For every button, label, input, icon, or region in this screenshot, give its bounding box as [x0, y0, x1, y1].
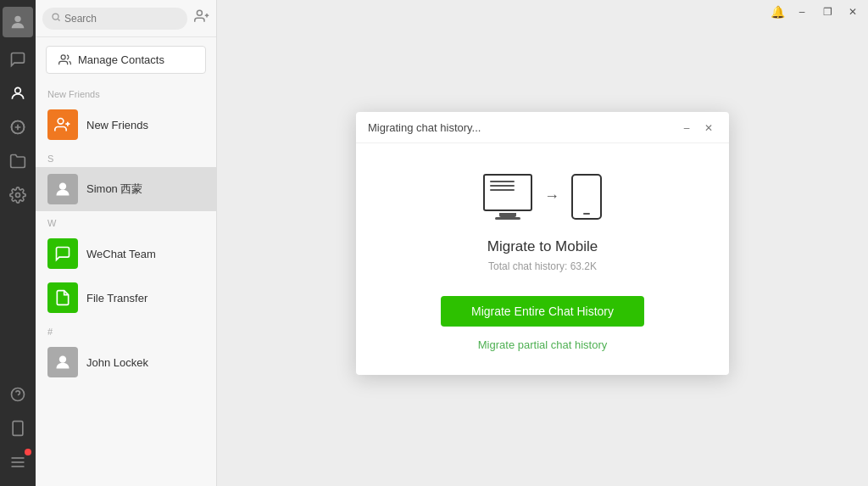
- svg-point-12: [53, 14, 58, 20]
- nav-settings-icon[interactable]: [3, 180, 33, 210]
- bell-icon[interactable]: 🔔: [771, 5, 785, 19]
- search-box[interactable]: [42, 8, 187, 30]
- nav-contacts-icon[interactable]: [3, 78, 33, 109]
- add-contact-icon[interactable]: [194, 8, 209, 28]
- titlebar: 🔔 – ❐ ✕: [771, 0, 868, 24]
- nav-menu-wrap: [3, 447, 33, 478]
- migration-modal: Migrating chat history... – ✕: [356, 112, 729, 375]
- close-button[interactable]: ✕: [841, 3, 865, 21]
- contact-name-new-friends: New Friends: [86, 119, 148, 131]
- svg-point-22: [59, 356, 66, 363]
- avatar-wechat-team: [47, 238, 78, 269]
- modal-titlebar: Migrating chat history... – ✕: [356, 112, 729, 143]
- section-label-new-friends: New Friends: [36, 82, 216, 103]
- migration-graphic: →: [483, 174, 602, 220]
- pc-line-3: [490, 189, 515, 191]
- migrate-entire-history-button[interactable]: Migrate Entire Chat History: [441, 296, 644, 327]
- svg-point-0: [14, 16, 20, 22]
- contact-name-simon: Simon 西蒙: [86, 182, 142, 197]
- pc-base: [495, 217, 520, 220]
- sidebar: Manage Contacts New Friends New Friends …: [36, 0, 217, 486]
- svg-point-18: [58, 119, 64, 125]
- contact-item-file-transfer[interactable]: File Transfer: [36, 276, 216, 320]
- arrow-icon: →: [544, 187, 559, 205]
- avatar-new-friends: [47, 109, 78, 140]
- search-input[interactable]: [64, 13, 179, 25]
- section-label-hash: #: [36, 320, 216, 340]
- search-row: [36, 0, 216, 37]
- notification-badge: [25, 449, 31, 455]
- migrate-total-history-label: Total chat history: 63.2K: [488, 260, 597, 272]
- contact-name-john-lockek: John Lockek: [86, 356, 148, 369]
- maximize-button[interactable]: ❐: [815, 3, 839, 21]
- modal-title: Migrating chat history...: [368, 121, 481, 134]
- manage-contacts-label: Manage Contacts: [78, 53, 164, 66]
- mobile-icon: [571, 174, 602, 220]
- avatar-john-lockek: [47, 347, 78, 377]
- avatar[interactable]: [3, 7, 33, 37]
- section-label-s: S: [36, 147, 216, 167]
- modal-minimize-button[interactable]: –: [678, 120, 695, 136]
- svg-point-4: [16, 193, 20, 198]
- modal-close-button[interactable]: ✕: [700, 120, 717, 136]
- contact-item-john-lockek[interactable]: John Lockek: [36, 340, 216, 384]
- migrate-partial-link[interactable]: Migrate partial chat history: [478, 338, 607, 351]
- svg-point-14: [197, 10, 202, 15]
- pc-stand: [499, 213, 516, 217]
- migrate-to-mobile-label: Migrate to Mobile: [487, 238, 598, 255]
- main-area: 🔔 – ❐ ✕ Migrating chat history... – ✕: [217, 0, 868, 486]
- manage-contacts-button[interactable]: Manage Contacts: [46, 46, 206, 74]
- svg-line-13: [58, 19, 59, 20]
- nav-bar: [0, 0, 36, 486]
- svg-point-17: [61, 55, 65, 59]
- contact-item-wechat-team[interactable]: WeChat Team: [36, 232, 216, 276]
- avatar-simon: [47, 174, 78, 204]
- section-label-w: W: [36, 211, 216, 232]
- contact-name-wechat-team: WeChat Team: [86, 248, 156, 260]
- nav-phone-icon[interactable]: [3, 413, 33, 444]
- modal-title-buttons: – ✕: [678, 120, 717, 136]
- mobile-home-button: [583, 213, 590, 215]
- modal-overlay: Migrating chat history... – ✕: [217, 0, 868, 486]
- nav-folder-icon[interactable]: [3, 146, 33, 176]
- pc-line-2: [490, 185, 515, 187]
- search-icon: [51, 12, 61, 25]
- nav-help-icon[interactable]: [3, 379, 33, 410]
- svg-point-1: [15, 87, 21, 93]
- pc-icon: [483, 174, 532, 220]
- modal-body: → Migrate to Mobile Total chat history: …: [356, 143, 729, 375]
- svg-point-21: [59, 183, 66, 190]
- pc-line-1: [490, 181, 515, 182]
- nav-chat-icon[interactable]: [3, 44, 33, 75]
- nav-discover-icon[interactable]: [3, 112, 33, 142]
- contact-item-simon[interactable]: Simon 西蒙: [36, 167, 216, 211]
- avatar-file-transfer: [47, 282, 78, 313]
- pc-screen: [483, 174, 532, 211]
- minimize-button[interactable]: –: [790, 3, 814, 21]
- contact-name-file-transfer: File Transfer: [86, 292, 147, 304]
- contact-item-new-friends[interactable]: New Friends: [36, 103, 216, 147]
